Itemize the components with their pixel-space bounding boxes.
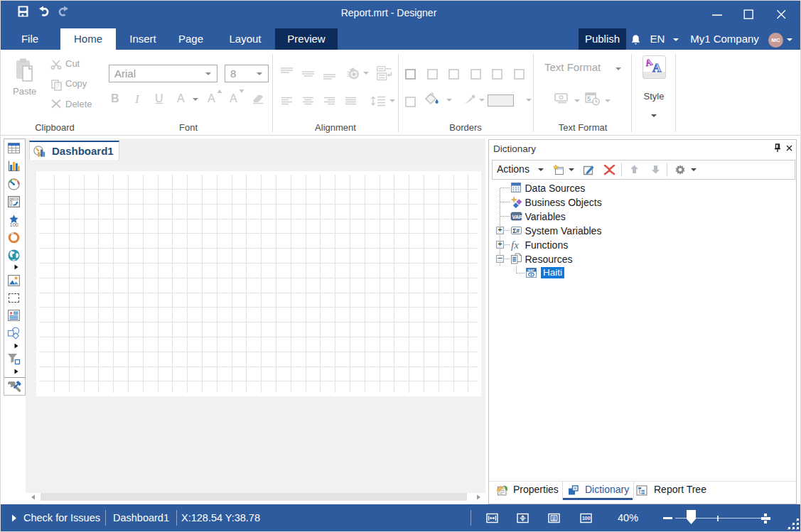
svg-text:fx: fx — [511, 239, 519, 251]
svg-text:VAR: VAR — [512, 214, 522, 220]
svg-text:100: 100 — [10, 222, 18, 227]
svg-text:Σ#: Σ# — [512, 227, 520, 234]
svg-text:A: A — [652, 61, 662, 75]
svg-text:MAP: MAP — [527, 268, 534, 272]
svg-text:5: 5 — [587, 95, 591, 102]
svg-text:100: 100 — [582, 516, 591, 521]
